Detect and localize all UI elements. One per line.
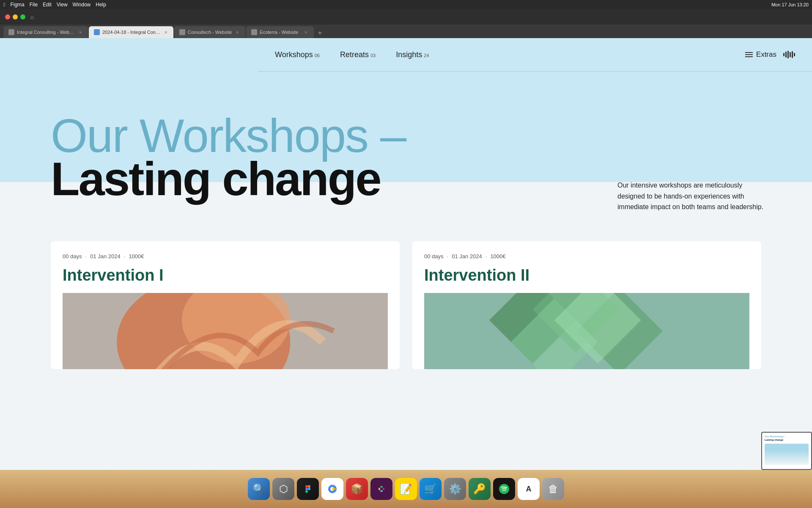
new-tab-button[interactable]: +: [315, 28, 325, 38]
svg-point-13: [308, 488, 310, 490]
website-content: Workshops 06 Retreats 03 Insights 24: [0, 38, 812, 508]
tab-label-ecoterra: Ecoterra - Website: [260, 30, 298, 35]
card-2-date: 01 Jan 2024: [452, 253, 482, 260]
dock-trash[interactable]: 🗑: [542, 478, 564, 500]
nav-logo-area: [0, 38, 258, 71]
apple-menu[interactable]: : [3, 2, 5, 8]
card-1-dot1: ·: [85, 253, 87, 260]
nav-workshops-count: 06: [315, 53, 320, 58]
nav-retreats-count: 03: [370, 53, 376, 58]
dock-fontbook[interactable]: A: [518, 478, 540, 500]
browser-tabs: Integral Consulting - Website - 3.0 ✕ 20…: [0, 25, 812, 38]
file-menu[interactable]: File: [30, 2, 38, 8]
dock-systemprefs[interactable]: ⚙️: [444, 478, 466, 500]
tab-favicon-consultech: [179, 29, 185, 35]
tab-close-active-icon[interactable]: ✕: [163, 29, 168, 35]
browser-toolbar: ⌂: [0, 9, 812, 25]
card-1-title: Intervention I: [63, 266, 388, 284]
hero-heading: Our Workshops – Lasting change: [51, 112, 406, 203]
dock-chrome[interactable]: [321, 478, 343, 500]
card-2-days: 00 days: [424, 253, 444, 260]
tab-label-active: 2024-04-18 - Integral Consulting: [102, 30, 161, 35]
workshop-card-2[interactable]: 00 days · 01 Jan 2024 · 1000€ Interventi…: [412, 241, 761, 369]
dock-launchpad[interactable]: ⬡: [272, 478, 294, 500]
card-1-days: 00 days: [63, 253, 82, 260]
preview-mini-visual: [765, 444, 809, 465]
tab-label: Integral Consulting - Website - 3.0: [17, 30, 75, 35]
nav-links: Workshops 06 Retreats 03 Insights 24: [275, 50, 429, 59]
cards-section: 00 days · 01 Jan 2024 · 1000€ Interventi…: [51, 241, 761, 369]
dock-slack[interactable]: [370, 478, 392, 500]
card-2-meta: 00 days · 01 Jan 2024 · 1000€: [424, 253, 749, 260]
waveform-icon[interactable]: [783, 51, 795, 58]
svg-rect-16: [379, 488, 380, 490]
maximize-button[interactable]: [20, 14, 25, 19]
dock-figma[interactable]: [297, 478, 319, 500]
extras-label: Extras: [756, 50, 776, 59]
tab-integral-consulting-active[interactable]: 2024-04-18 - Integral Consulting ✕: [89, 26, 173, 38]
card-1-meta: 00 days · 01 Jan 2024 · 1000€: [63, 253, 388, 260]
edit-menu[interactable]: Edit: [43, 2, 52, 8]
dock-parcel[interactable]: 📦: [346, 478, 368, 500]
window-menu[interactable]: Window: [73, 2, 91, 8]
dock-notes[interactable]: 📝: [395, 478, 417, 500]
tab-integral-consulting[interactable]: Integral Consulting - Website - 3.0 ✕: [3, 26, 88, 38]
tab-close-icon[interactable]: ✕: [78, 29, 83, 35]
svg-rect-19: [380, 490, 383, 492]
nav-extras: Extras: [745, 50, 795, 59]
svg-rect-12: [305, 490, 308, 493]
card-2-price: 1000€: [490, 253, 505, 260]
nav-right: Workshops 06 Retreats 03 Insights 24: [258, 38, 812, 71]
dock-appstore[interactable]: 🛒: [420, 478, 442, 500]
workshop-card-1[interactable]: 00 days · 01 Jan 2024 · 1000€ Interventi…: [51, 241, 400, 369]
figma-menu[interactable]: Figma: [10, 2, 24, 8]
dock-password[interactable]: 🔑: [469, 478, 491, 500]
tab-close-ecoterra-icon[interactable]: ✕: [303, 29, 309, 35]
macos-menu:  Figma File Edit View Window Help: [3, 2, 106, 8]
nav-divider: [258, 71, 812, 72]
tab-consultech[interactable]: Consultech - Website ✕: [174, 26, 245, 38]
preview-thumbnail: Our Workshops – Lasting change: [761, 432, 812, 470]
tab-ecoterra[interactable]: Ecoterra - Website ✕: [246, 26, 314, 38]
macos-status: Mon 17 Jun 13:20: [771, 2, 809, 7]
macos-topbar:  Figma File Edit View Window Help Mon 1…: [0, 0, 812, 9]
card-2-title: Intervention II: [424, 266, 749, 284]
nav-link-retreats[interactable]: Retreats 03: [340, 50, 376, 59]
tab-label-consultech: Consultech - Website: [188, 30, 232, 35]
extras-button[interactable]: Extras: [745, 50, 776, 59]
traffic-lights: [5, 14, 25, 19]
dock: 🔍 ⬡ 📦: [0, 470, 812, 508]
minimize-button[interactable]: [13, 14, 18, 19]
preview-title-line2: Lasting change: [765, 439, 809, 442]
svg-rect-17: [380, 486, 383, 488]
nav-retreats-label: Retreats: [340, 50, 369, 59]
card-2-dot1: ·: [447, 253, 449, 260]
help-menu[interactable]: Help: [96, 2, 106, 8]
hamburger-icon: [745, 52, 753, 57]
nav-link-workshops[interactable]: Workshops 06: [275, 50, 320, 59]
close-button[interactable]: [5, 14, 10, 19]
hero-description: Our intensive workshops are meticulously…: [617, 180, 770, 213]
nav-insights-label: Insights: [396, 50, 422, 59]
nav-insights-count: 24: [424, 53, 429, 58]
nav-workshops-label: Workshops: [275, 50, 313, 59]
svg-rect-9: [305, 485, 308, 488]
home-icon[interactable]: ⌂: [29, 14, 36, 20]
dock-finder[interactable]: 🔍: [248, 478, 270, 500]
card-2-dot2: ·: [486, 253, 487, 260]
card-2-image: [424, 293, 749, 369]
preview-title-line1: Our Workshops –: [765, 435, 809, 439]
card-1-date: 01 Jan 2024: [90, 253, 121, 260]
time-display: Mon 17 Jun 13:20: [771, 2, 809, 7]
svg-rect-10: [308, 485, 310, 488]
dock-spotify[interactable]: [493, 478, 515, 500]
view-menu[interactable]: View: [57, 2, 68, 8]
nav-link-insights[interactable]: Insights 24: [396, 50, 429, 59]
hero-description-text: Our intensive workshops are meticulously…: [617, 180, 770, 213]
tab-favicon-active: [94, 29, 100, 35]
tab-favicon: [8, 29, 14, 35]
hero-heading-line2: Lasting change: [51, 155, 406, 203]
navigation-bar: Workshops 06 Retreats 03 Insights 24: [0, 38, 812, 71]
tab-close-consultech-icon[interactable]: ✕: [234, 29, 240, 35]
card-1-image: [63, 293, 388, 369]
